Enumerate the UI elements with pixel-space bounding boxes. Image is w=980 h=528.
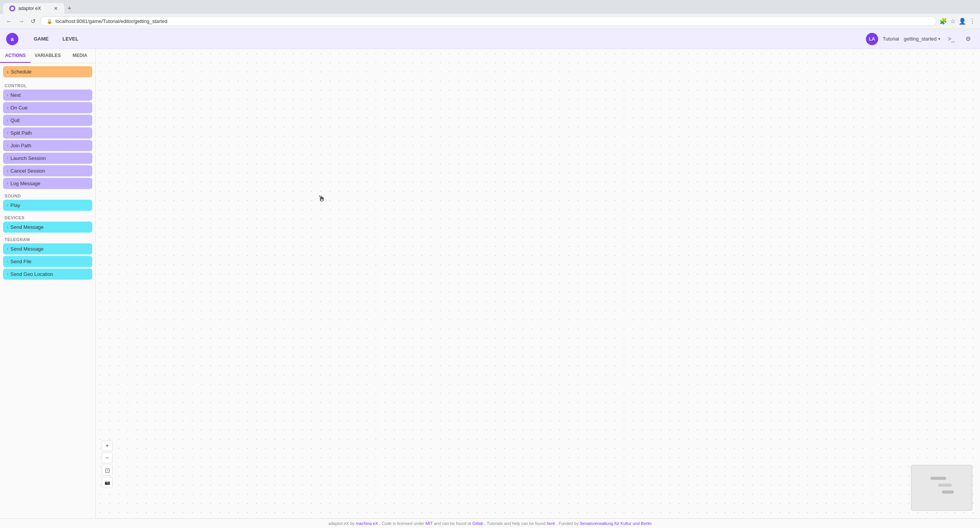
- oncue-action-label: On Cue: [10, 105, 28, 111]
- extensions-icon[interactable]: 🧩: [939, 18, 947, 25]
- telegram-sendgeolocation-action-item[interactable]: › Send Geo Location: [3, 269, 92, 280]
- browser-toolbar: 🧩 ☆ 👤 ⋮: [939, 18, 975, 25]
- telegram-sendmessage-action-label: Send Message: [10, 246, 44, 252]
- splitpath-action-item[interactable]: › Split Path: [3, 127, 92, 139]
- quit-action-item[interactable]: › Quit: [3, 115, 92, 126]
- logmessage-action-item[interactable]: › Log Message: [3, 178, 92, 189]
- more-icon[interactable]: ⋮: [969, 18, 975, 25]
- tab-media[interactable]: MEDIA: [65, 49, 95, 63]
- telegram-section-label: TELEGRAM: [3, 234, 92, 243]
- browser-chrome: adaptor eX ✕ + ← → ↺ 🔒 localhost:8081/ga…: [0, 0, 980, 29]
- tab-actions[interactable]: ACTIONS: [0, 49, 31, 63]
- devices-section-label: DEVICES: [3, 212, 92, 222]
- footer-gitlab-text: and can be found at: [434, 521, 472, 526]
- fit-button[interactable]: ⊡: [102, 465, 113, 476]
- minimap-node-1: [931, 477, 946, 480]
- mit-link[interactable]: MIT: [426, 521, 433, 526]
- project-name: Tutorial: [883, 36, 899, 42]
- refresh-button[interactable]: ↺: [29, 16, 37, 26]
- minimap-content: [911, 465, 972, 510]
- tab-favicon: [9, 5, 15, 11]
- joinpath-chevron-icon: ›: [7, 143, 8, 148]
- machina-link[interactable]: machina eX: [356, 521, 378, 526]
- launchsession-action-item[interactable]: › Launch Session: [3, 153, 92, 164]
- quit-action-label: Quit: [10, 117, 20, 123]
- tab-variables[interactable]: VARIABLES: [31, 49, 64, 63]
- telegram-sendfile-action-item[interactable]: › Send File: [3, 256, 92, 267]
- minimap: [911, 465, 972, 511]
- next-action-item[interactable]: › Next: [3, 90, 92, 101]
- app-logo: a: [6, 33, 18, 45]
- tab-close-button[interactable]: ✕: [54, 5, 58, 11]
- footer-text: adaptor:eX by: [328, 521, 356, 526]
- schedule-item[interactable]: › Schedule: [3, 66, 92, 77]
- address-bar: ← → ↺ 🔒 localhost:8081/game/Tutorial/edi…: [0, 14, 980, 29]
- cursor: 🖱: [318, 194, 325, 203]
- level-name-dropdown[interactable]: getting_started ▾: [904, 36, 940, 42]
- footer-license-text: . Code is licensed under: [379, 521, 426, 526]
- url-text: localhost:8081/game/Tutorial/editor/gett…: [56, 18, 167, 24]
- telegram-sendfile-chevron-icon: ›: [7, 259, 8, 264]
- user-avatar: LA: [866, 33, 878, 45]
- oncue-chevron-icon: ›: [7, 106, 8, 110]
- telegram-sendmessage-action-item[interactable]: › Send Message: [3, 243, 92, 254]
- url-lock-icon: 🔒: [47, 19, 52, 24]
- bookmark-icon[interactable]: ☆: [950, 18, 956, 25]
- quit-chevron-icon: ›: [7, 118, 8, 122]
- new-tab-button[interactable]: +: [64, 5, 75, 13]
- launchsession-action-label: Launch Session: [10, 155, 46, 161]
- oncue-action-item[interactable]: › On Cue: [3, 102, 92, 113]
- zoom-out-button[interactable]: −: [102, 453, 113, 463]
- footer: adaptor:eX by machina eX . Code is licen…: [0, 518, 980, 528]
- next-chevron-icon: ›: [7, 93, 8, 97]
- footer-tutorials-text: . Tutorials and help can be found: [485, 521, 547, 526]
- joinpath-action-item[interactable]: › Join Path: [3, 140, 92, 151]
- sidebar: ACTIONS VARIABLES MEDIA › Schedule CONTR…: [0, 49, 96, 518]
- main-canvas[interactable]: + − ⊡ 📷 🖱: [96, 49, 980, 518]
- cancelsession-chevron-icon: ›: [7, 169, 8, 173]
- screenshot-button[interactable]: 📷: [102, 477, 113, 488]
- level-nav-item[interactable]: LEVEL: [56, 34, 85, 44]
- game-nav-item[interactable]: GAME: [28, 34, 55, 44]
- play-action-item[interactable]: › Play: [3, 200, 92, 211]
- gitlab-link[interactable]: Gitlab: [472, 521, 483, 526]
- level-name-text: getting_started: [904, 36, 937, 42]
- app-header: a GAME LEVEL LA Tutorial getting_started…: [0, 29, 980, 49]
- url-bar[interactable]: 🔒 localhost:8081/game/Tutorial/editor/ge…: [40, 16, 936, 26]
- sidebar-tabs: ACTIONS VARIABLES MEDIA: [0, 49, 95, 63]
- settings-button[interactable]: ⚙: [962, 34, 974, 44]
- active-tab[interactable]: adaptor eX ✕: [3, 3, 64, 14]
- sidebar-content: › Schedule CONTROL › Next › On Cue › Qui…: [0, 63, 95, 518]
- terminal-button[interactable]: >_: [945, 34, 958, 44]
- canvas-controls: + − ⊡ 📷: [102, 440, 113, 488]
- profile-icon[interactable]: 👤: [959, 18, 966, 25]
- telegram-sendmessage-chevron-icon: ›: [7, 247, 8, 251]
- splitpath-action-label: Split Path: [10, 130, 32, 136]
- footer-funded-text: . Funded by: [556, 521, 580, 526]
- sound-section-label: SOUND: [3, 191, 92, 200]
- play-action-label: Play: [10, 202, 20, 208]
- app: a GAME LEVEL LA Tutorial getting_started…: [0, 29, 980, 528]
- splitpath-chevron-icon: ›: [7, 131, 8, 135]
- forward-button[interactable]: →: [17, 16, 26, 26]
- tab-bar: adaptor eX ✕ +: [0, 0, 980, 14]
- next-action-label: Next: [10, 92, 21, 98]
- level-chevron-icon: ▾: [938, 37, 940, 41]
- header-nav: GAME LEVEL: [28, 34, 85, 44]
- back-button[interactable]: ←: [5, 16, 14, 26]
- tab-title: adaptor eX: [18, 6, 41, 11]
- here-link[interactable]: here: [547, 521, 555, 526]
- schedule-label: Schedule: [11, 69, 31, 75]
- zoom-in-button[interactable]: +: [102, 440, 113, 451]
- logmessage-action-label: Log Message: [10, 181, 40, 186]
- devices-sendmessage-chevron-icon: ›: [7, 225, 8, 229]
- logmessage-chevron-icon: ›: [7, 181, 8, 186]
- senat-link[interactable]: Senatsverwaltung für Kultur und Berlin: [580, 521, 652, 526]
- header-right: LA Tutorial getting_started ▾ >_ ⚙: [866, 33, 974, 45]
- minimap-node-3: [942, 491, 954, 494]
- telegram-sendfile-action-label: Send File: [10, 259, 31, 264]
- play-chevron-icon: ›: [7, 203, 8, 207]
- joinpath-action-label: Join Path: [10, 143, 31, 148]
- devices-sendmessage-action-item[interactable]: › Send Message: [3, 222, 92, 233]
- cancelsession-action-item[interactable]: › Cancel Session: [3, 165, 92, 176]
